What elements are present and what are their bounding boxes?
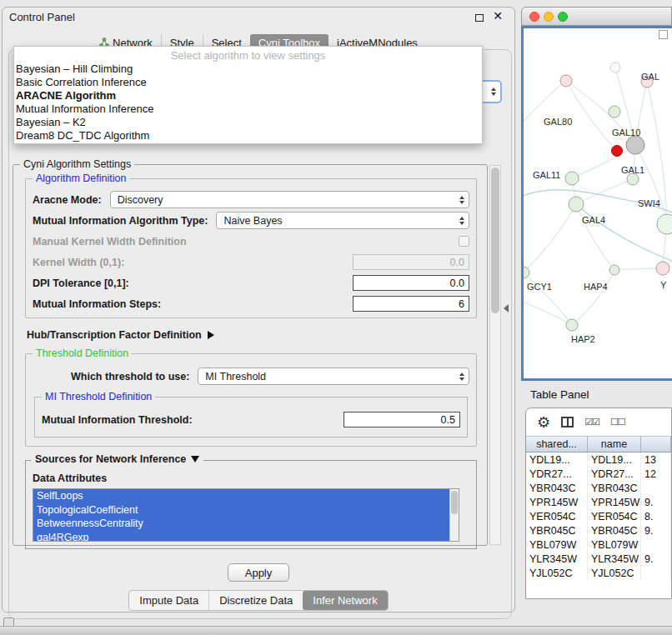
node-label: SWI4 <box>638 198 660 208</box>
network-canvas[interactable]: GAL GAL80 GAL10 GAL11 GAL1 SWI4 GAL4 GCY… <box>521 26 672 381</box>
settings-scrollbar[interactable] <box>489 165 501 545</box>
list-item[interactable]: TopologicalCoefficient <box>33 503 449 518</box>
popup-item[interactable]: Mutual Information Inference <box>14 102 482 116</box>
expand-right-icon <box>208 331 214 339</box>
table-toolbar: ⚙ ☑☑ ☐☐ <box>526 408 671 436</box>
node-label: GAL10 <box>612 128 640 138</box>
table-row[interactable]: YBR045C YBR045C 9. <box>526 523 671 538</box>
data-attributes-label: Data Attributes <box>33 472 469 484</box>
tab-infer-network[interactable]: Infer Network <box>303 591 387 610</box>
canvas-corner-box[interactable] <box>659 30 668 39</box>
threshold-definition-group: Threshold Definition Which threshold to … <box>25 353 477 447</box>
cell: YBR045C <box>588 523 641 538</box>
table-row[interactable]: YLR345W YLR345W 9. <box>526 552 671 566</box>
select-all-checkboxes-icon[interactable]: ☑☑ <box>584 417 599 428</box>
splitter-collapse-icon[interactable] <box>504 304 509 312</box>
cell: YDR27... <box>588 467 641 481</box>
network-node-gal10[interactable] <box>626 136 644 154</box>
network-node-red[interactable] <box>612 146 623 157</box>
columns-icon[interactable] <box>561 417 574 428</box>
popup-item[interactable]: Basic Correlation Inference <box>14 76 482 89</box>
gear-icon[interactable]: ⚙ <box>537 415 550 430</box>
which-threshold-select[interactable]: MI Threshold <box>198 368 469 385</box>
manual-kernel-label: Manual Kernel Width Definition <box>33 236 187 248</box>
dpi-tolerance-label: DPI Tolerance [0,1]: <box>33 278 129 289</box>
mi-type-select[interactable]: Naive Bayes <box>216 212 469 229</box>
aracne-mode-value: Discovery <box>118 194 163 206</box>
popup-item[interactable]: Bayesian – K2 <box>14 116 482 129</box>
mac-minimize-button[interactable] <box>544 12 554 22</box>
table-row[interactable]: YBR043C YBR043C <box>526 481 671 495</box>
cell: YER054C <box>588 509 641 523</box>
control-panel-titlebar: Control Panel ✕ <box>3 8 514 28</box>
kernel-width-field[interactable] <box>353 254 469 270</box>
table-row[interactable]: YDR27... YDR27... 12 <box>526 467 671 481</box>
data-attributes-list: SelfLoops TopologicalCoefficient Between… <box>33 488 459 542</box>
popup-item[interactable]: Bayesian – Hill Climbing <box>14 62 482 76</box>
network-node[interactable] <box>656 262 669 275</box>
table-row[interactable]: YJL052C YJL052C <box>526 566 671 580</box>
table-row[interactable]: YER054C YER054C 8. <box>526 509 671 523</box>
apply-button[interactable]: Apply <box>228 563 289 582</box>
popup-item-selected[interactable]: ARACNE Algorithm <box>14 89 482 102</box>
mi-steps-label: Mutual Information Steps: <box>33 298 161 310</box>
network-node[interactable] <box>609 265 619 275</box>
node-label: GAL80 <box>544 117 572 127</box>
manual-kernel-checkbox[interactable] <box>459 236 469 247</box>
sources-group: Sources for Network Inference Data Attri… <box>25 460 477 549</box>
deselect-all-checkboxes-icon[interactable]: ☐☐ <box>610 417 625 428</box>
cyni-bottom-tabs: Impute Data Discretize Data Infer Networ… <box>3 590 514 611</box>
table-row[interactable]: YBL079W YBL079W <box>526 538 671 552</box>
network-view-window: GAL GAL80 GAL10 GAL11 GAL1 SWI4 GAL4 GCY… <box>521 7 672 381</box>
node-label: GCY1 <box>527 282 552 292</box>
list-item[interactable]: SelfLoops <box>33 489 449 503</box>
table-row[interactable]: YPR145W YPR145W 9. <box>526 495 671 509</box>
cell: YBL079W <box>588 538 641 552</box>
tab-impute-data[interactable]: Impute Data <box>129 591 208 610</box>
hub-definition-expander[interactable]: Hub/Transcription Factor Definition <box>27 327 477 343</box>
table-row[interactable]: YDL19... YDL19... 13 <box>526 452 671 467</box>
network-node[interactable] <box>565 172 579 185</box>
sources-expander[interactable]: Sources for Network Inference <box>31 453 203 465</box>
network-node-gal4[interactable] <box>569 197 584 212</box>
cell: 9. <box>641 552 671 566</box>
cell: 8. <box>641 509 671 523</box>
table-panel-window: ⚙ ☑☑ ☐☐ shared... name YDL19... YDL19...… <box>525 408 672 599</box>
network-node[interactable] <box>609 106 620 118</box>
stepper-icon <box>459 372 464 381</box>
cell: YJL052C <box>526 566 588 580</box>
popup-item[interactable]: Dream8 DC_TDC Algorithm <box>14 129 482 142</box>
network-node[interactable] <box>610 62 620 72</box>
aracne-mode-select[interactable]: Discovery <box>110 191 469 208</box>
algorithm-definition-title: Algorithm Definition <box>33 172 129 184</box>
network-node[interactable] <box>560 75 572 87</box>
column-header-shared[interactable]: shared... <box>526 437 588 452</box>
cell: YBR043C <box>588 481 641 495</box>
cell: YDL19... <box>588 452 641 467</box>
cell: YBR045C <box>526 523 588 538</box>
cyni-algorithm-settings-group: Cyni Algorithm Settings Algorithm Defini… <box>13 164 488 546</box>
cell: YDR27... <box>526 467 588 481</box>
cell: YBR043C <box>526 481 588 495</box>
dpi-tolerance-field[interactable] <box>353 275 469 291</box>
cell: 9. <box>641 495 671 509</box>
mi-threshold-field[interactable] <box>344 412 460 428</box>
tab-discretize-data[interactable]: Discretize Data <box>208 591 303 610</box>
list-item[interactable]: BetweennessCentrality <box>33 517 449 531</box>
float-window-icon[interactable] <box>475 14 484 22</box>
close-icon[interactable]: ✕ <box>493 9 503 22</box>
network-node[interactable] <box>627 173 639 185</box>
mac-close-button[interactable] <box>529 12 539 22</box>
network-node[interactable] <box>566 319 578 331</box>
mi-steps-field[interactable] <box>353 296 469 312</box>
which-threshold-label: Which threshold to use: <box>71 371 189 382</box>
network-window-titlebar <box>521 7 672 26</box>
node-label: GAL4 <box>582 215 605 225</box>
collapse-down-icon <box>191 456 199 462</box>
mac-zoom-button[interactable] <box>558 12 568 22</box>
list-scrollbar[interactable] <box>449 489 459 541</box>
column-header-name[interactable]: name <box>588 437 641 452</box>
network-node[interactable] <box>657 214 672 234</box>
list-item[interactable]: gal4RGexp <box>33 531 449 542</box>
column-header-extra[interactable] <box>641 437 671 452</box>
